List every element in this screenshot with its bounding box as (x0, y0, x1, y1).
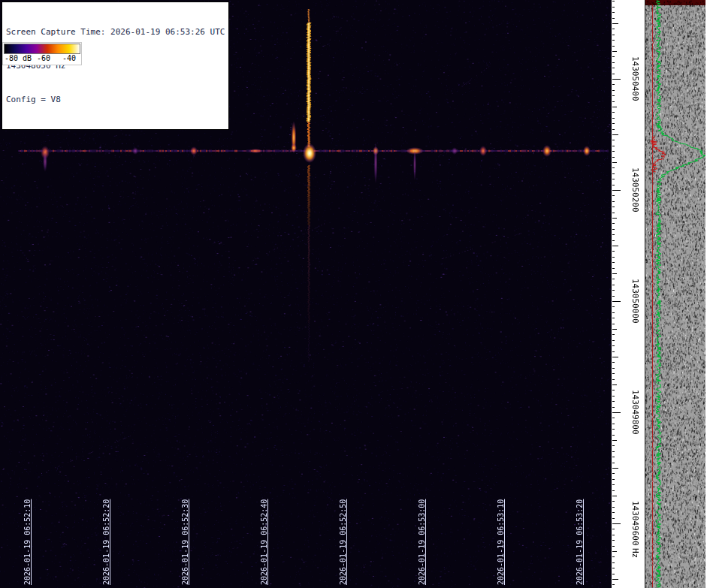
colorbar-label: -40 (62, 54, 76, 62)
config-text: Config = V8 (6, 94, 225, 105)
colorbar-label: -60 (37, 54, 50, 62)
capture-time-text: Screen Capture Time: 2026-01-19 06:53:26… (6, 26, 225, 38)
frequency-axis-ticks (612, 0, 645, 588)
colorbar-scale-labels: -80 dB-60-40 (4, 54, 80, 64)
live-spectrum-graph (645, 0, 707, 588)
colorbar-legend: -80 dB-60-40 (2, 42, 82, 65)
capture-info-box: Screen Capture Time: 2026-01-19 06:53:26… (2, 2, 229, 130)
spectrum-lab-capture: Screen Capture Time: 2026-01-19 06:53:26… (0, 0, 707, 588)
colorbar-gradient (4, 44, 80, 54)
colorbar-label: -80 dB (5, 54, 32, 62)
